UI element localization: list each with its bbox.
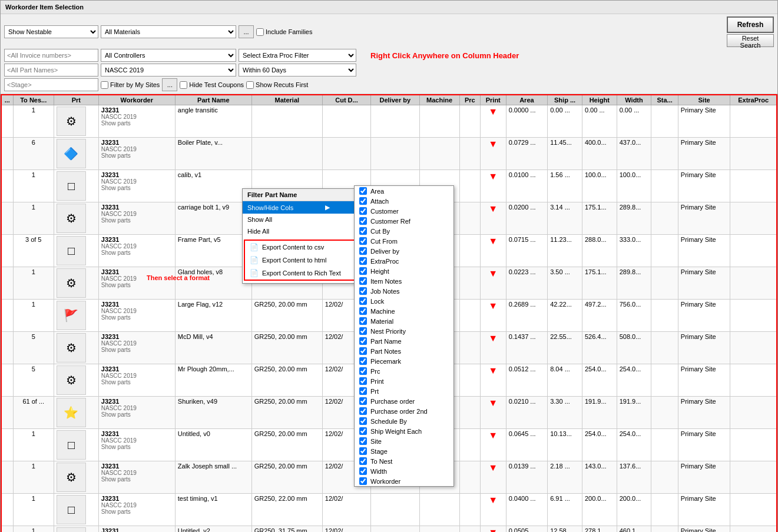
- col-header-site[interactable]: Site: [678, 95, 730, 105]
- col-menu-item[interactable]: Width: [355, 466, 453, 476]
- col-menu-item[interactable]: Ship Weight Each: [355, 426, 453, 436]
- export-rich-text-item[interactable]: 📄 Export Content to Rich Text: [245, 267, 369, 280]
- col-menu-item[interactable]: Site: [355, 436, 453, 446]
- col-checkbox[interactable]: [359, 387, 367, 395]
- col-header-deliverby[interactable]: Deliver by: [371, 95, 419, 105]
- col-header-prt[interactable]: Prt: [54, 95, 98, 105]
- col-header-cutd[interactable]: Cut D...: [322, 95, 370, 105]
- col-header-machine[interactable]: Machine: [419, 95, 459, 105]
- col-header-extra[interactable]: ExtraProc: [730, 95, 777, 105]
- col-checkbox[interactable]: [359, 437, 367, 445]
- col-header-dots[interactable]: ...: [1, 95, 13, 105]
- col-menu-item[interactable]: Part Name: [355, 336, 453, 346]
- col-menu-item[interactable]: Customer: [355, 206, 453, 216]
- col-checkbox[interactable]: [359, 347, 367, 355]
- export-html-item[interactable]: 📄 Export Content to html: [245, 254, 369, 267]
- col-menu-item[interactable]: Area: [355, 186, 453, 196]
- col-checkbox[interactable]: [359, 477, 367, 485]
- nascc-dropdown[interactable]: NASCC 2019: [101, 64, 236, 77]
- col-checkbox[interactable]: [359, 377, 367, 385]
- col-checkbox[interactable]: [359, 407, 367, 415]
- controllers-dropdown[interactable]: All Controllers: [101, 49, 236, 62]
- col-checkbox[interactable]: [359, 197, 367, 205]
- col-checkbox[interactable]: [359, 217, 367, 225]
- col-checkbox[interactable]: [359, 397, 367, 405]
- col-menu-item[interactable]: ExtraProc: [355, 256, 453, 266]
- show-recuts-first-checkbox[interactable]: [246, 81, 254, 89]
- col-header-tones[interactable]: To Nes...: [13, 95, 54, 105]
- col-menu-item[interactable]: Piecemark: [355, 356, 453, 366]
- col-checkbox[interactable]: [359, 187, 367, 195]
- col-checkbox[interactable]: [359, 467, 367, 475]
- col-checkbox[interactable]: [359, 337, 367, 345]
- col-checkbox[interactable]: [359, 367, 367, 375]
- col-checkbox[interactable]: [359, 427, 367, 435]
- hide-all-item[interactable]: Hide All: [243, 225, 371, 237]
- col-menu-item[interactable]: Nest Priority: [355, 326, 453, 336]
- col-checkbox[interactable]: [359, 447, 367, 455]
- col-checkbox[interactable]: [359, 247, 367, 255]
- refresh-button[interactable]: Refresh: [727, 16, 774, 33]
- col-header-prc[interactable]: Prc: [459, 95, 480, 105]
- col-checkbox[interactable]: [359, 287, 367, 295]
- col-header-ship[interactable]: Ship ...: [548, 95, 582, 105]
- col-checkbox[interactable]: [359, 297, 367, 305]
- export-csv-item[interactable]: 📄 Export Content to csv: [245, 241, 369, 254]
- col-checkbox[interactable]: [359, 317, 367, 325]
- col-menu-item[interactable]: Purchase order 2nd: [355, 406, 453, 416]
- filter-ellipsis-button[interactable]: ...: [162, 78, 177, 91]
- show-all-item[interactable]: Show All: [243, 214, 371, 225]
- col-header-print[interactable]: Print: [480, 95, 506, 105]
- col-header-area[interactable]: Area: [506, 95, 548, 105]
- col-checkbox[interactable]: [359, 327, 367, 335]
- col-checkbox[interactable]: [359, 357, 367, 365]
- col-menu-item[interactable]: Customer Ref: [355, 216, 453, 226]
- materials-ellipsis-button[interactable]: ...: [239, 25, 254, 38]
- col-menu-item[interactable]: Stage: [355, 446, 453, 456]
- col-menu-item[interactable]: Deliver by: [355, 246, 453, 256]
- col-header-width[interactable]: Width: [617, 95, 651, 105]
- col-header-workorder[interactable]: Workorder: [98, 95, 175, 105]
- show-hide-cols-item[interactable]: Show/Hide Cols ▶: [243, 201, 371, 214]
- col-menu-item[interactable]: Purchase order: [355, 396, 453, 406]
- col-header-partname[interactable]: Part Name: [175, 95, 251, 105]
- within-days-dropdown[interactable]: Within 60 Days: [239, 64, 356, 77]
- filter-my-sites-checkbox[interactable]: [101, 81, 108, 89]
- col-header-sta[interactable]: Sta...: [651, 95, 678, 105]
- extra-proc-dropdown[interactable]: Select Extra Proc Filter: [239, 49, 356, 62]
- col-menu-item[interactable]: Attach: [355, 196, 453, 206]
- col-menu-item[interactable]: Schedule By: [355, 416, 453, 426]
- col-menu-item[interactable]: Machine: [355, 306, 453, 316]
- stage-input[interactable]: [4, 78, 98, 91]
- col-checkbox[interactable]: [359, 267, 367, 275]
- col-menu-item[interactable]: Job Notes: [355, 286, 453, 296]
- hide-test-coupons-checkbox[interactable]: [180, 81, 187, 89]
- col-menu-item[interactable]: Print: [355, 376, 453, 386]
- col-menu-item[interactable]: Part Notes: [355, 346, 453, 356]
- col-header-material[interactable]: Material: [251, 95, 322, 105]
- col-menu-item[interactable]: Height: [355, 266, 453, 276]
- col-checkbox[interactable]: [359, 207, 367, 215]
- col-checkbox[interactable]: [359, 417, 367, 425]
- col-menu-item[interactable]: Workorder: [355, 476, 453, 486]
- col-menu-item[interactable]: Item Notes: [355, 276, 453, 286]
- col-menu-item[interactable]: Cut By: [355, 226, 453, 236]
- col-menu-item[interactable]: Lock: [355, 296, 453, 306]
- col-header-height[interactable]: Height: [582, 95, 617, 105]
- col-checkbox[interactable]: [359, 277, 367, 285]
- col-checkbox[interactable]: [359, 257, 367, 265]
- col-menu-item[interactable]: Cut From: [355, 236, 453, 246]
- col-checkbox[interactable]: [359, 237, 367, 245]
- materials-dropdown[interactable]: All Materials: [101, 25, 236, 38]
- col-menu-item[interactable]: To Nest: [355, 456, 453, 466]
- col-checkbox[interactable]: [359, 227, 367, 235]
- reset-search-button[interactable]: Reset Search: [727, 34, 774, 47]
- part-names-input[interactable]: [4, 64, 98, 77]
- show-nestable-dropdown[interactable]: Show Nestable: [4, 25, 98, 38]
- col-menu-item[interactable]: Material: [355, 316, 453, 326]
- col-checkbox[interactable]: [359, 307, 367, 315]
- invoice-input[interactable]: [4, 49, 98, 62]
- col-checkbox[interactable]: [359, 457, 367, 465]
- col-menu-item[interactable]: Prt: [355, 386, 453, 396]
- col-menu-item[interactable]: Prc: [355, 366, 453, 376]
